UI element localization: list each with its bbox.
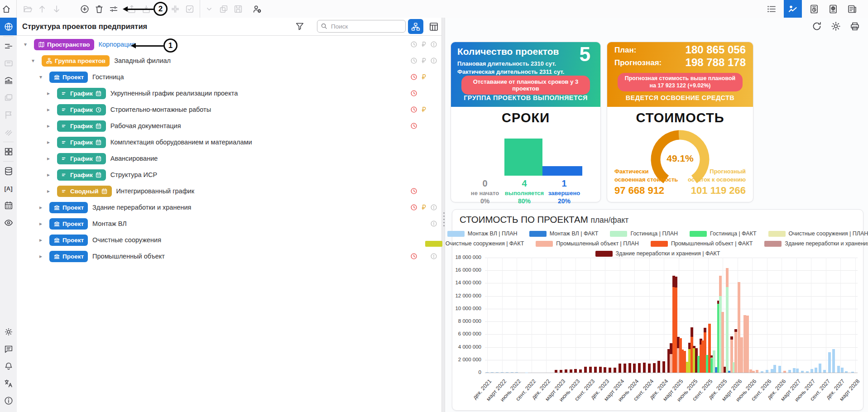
gear-button[interactable] bbox=[830, 20, 842, 32]
chart-bar bbox=[788, 370, 791, 373]
expand-caret-icon[interactable]: ▸ bbox=[45, 155, 52, 162]
sidebar-item-info[interactable] bbox=[0, 392, 17, 409]
legend-item[interactable]: Гостиница | ПЛАН bbox=[610, 230, 678, 237]
legend-item[interactable]: Очистные сооружения | ПЛАН bbox=[768, 230, 868, 237]
panel-splitter[interactable] bbox=[441, 18, 445, 412]
plus-circle-button[interactable] bbox=[78, 3, 91, 15]
sidebar-item-sun[interactable] bbox=[0, 323, 17, 340]
legend-item[interactable]: Здание переработки и хранения | ФАКТ bbox=[595, 250, 720, 257]
expand-caret-icon[interactable]: ▸ bbox=[45, 139, 52, 145]
list-view-button[interactable] bbox=[765, 2, 778, 16]
tree-row[interactable]: ▸ПроектОчистные сооружения bbox=[17, 232, 441, 248]
tree-row[interactable]: ▸ГрафикАвансирование bbox=[17, 150, 441, 167]
tree-row[interactable]: ▸СводныйИнтегрированный график bbox=[17, 183, 441, 199]
expand-caret-icon[interactable]: ▸ bbox=[38, 253, 44, 259]
print-button[interactable] bbox=[849, 20, 861, 32]
home-button[interactable] bbox=[0, 3, 12, 15]
tree-item-name[interactable]: Укрупненный график реализации проекта bbox=[110, 90, 238, 97]
tree-row[interactable]: ▸ПроектМонтаж ВЛ bbox=[17, 216, 441, 232]
sidebar-item-tree-lines[interactable] bbox=[0, 38, 17, 55]
legend-item[interactable]: Монтаж ВЛ | ПЛАН bbox=[447, 230, 518, 237]
legend-item[interactable]: Гостиница | ФАКТ bbox=[690, 230, 757, 237]
passport-button[interactable] bbox=[826, 2, 840, 16]
sidebar-item-bell[interactable] bbox=[0, 358, 17, 375]
tree-item-name[interactable]: Интегрированный график bbox=[116, 187, 195, 195]
tree-row[interactable]: ▸ГрафикРабочая документация bbox=[17, 118, 441, 134]
sliders-button[interactable] bbox=[107, 3, 120, 15]
sidebar-item-hatch[interactable] bbox=[0, 124, 17, 141]
legend-item[interactable]: Промышленный объект | ПЛАН bbox=[536, 240, 639, 247]
arrow-up-button[interactable] bbox=[36, 3, 48, 15]
sidebar-item-grid[interactable] bbox=[0, 143, 17, 160]
checkbox-button[interactable] bbox=[183, 3, 196, 15]
tree-row[interactable]: ▸ПроектЗдание переработки и хранения bbox=[17, 199, 441, 216]
expand-caret-icon[interactable]: ▸ bbox=[45, 172, 52, 178]
search-input[interactable] bbox=[317, 20, 406, 33]
sidebar-item-globe[interactable] bbox=[0, 18, 17, 35]
arrow-down-button[interactable] bbox=[50, 3, 62, 15]
tree-row[interactable]: ▸ГрафикСтруктура ИСР bbox=[17, 167, 441, 183]
tree-item-name[interactable]: Авансирование bbox=[110, 155, 158, 162]
collapse-button[interactable] bbox=[169, 3, 181, 15]
expand-caret-icon[interactable]: ▸ bbox=[45, 106, 52, 113]
tree-item-name[interactable]: Очистные сооружения bbox=[92, 236, 161, 244]
tree-item-name[interactable]: Корпорация bbox=[99, 41, 135, 48]
news-button[interactable] bbox=[845, 2, 859, 16]
sidebar-item-flag[interactable] bbox=[0, 106, 17, 124]
expand-caret-icon[interactable]: ▸ bbox=[38, 237, 44, 243]
tree-row[interactable]: ▸ГрафикУкрупненный график реализации про… bbox=[17, 85, 441, 101]
folder-open-button[interactable] bbox=[21, 3, 34, 15]
legend-item[interactable]: Здание переработки и хранения | ПЛАН bbox=[764, 240, 868, 247]
expand-caret-icon[interactable]: ▸ bbox=[45, 90, 52, 96]
sidebar-item-box-columns[interactable] bbox=[0, 55, 17, 72]
report-clock-button[interactable] bbox=[807, 2, 821, 16]
caret-down-button[interactable] bbox=[203, 3, 215, 15]
collapse-caret-icon[interactable]: ▾ bbox=[38, 74, 44, 80]
sidebar-item-eye[interactable] bbox=[0, 214, 17, 231]
sidebar-item-database[interactable] bbox=[0, 163, 17, 180]
user-gear-button[interactable] bbox=[251, 3, 263, 15]
tree-row[interactable]: ▾Группа проектовЗападный филиал bbox=[17, 53, 441, 69]
sidebar-item-folders[interactable] bbox=[0, 89, 17, 106]
legend-item[interactable]: Промышленный объект | ФАКТ bbox=[651, 240, 753, 247]
legend-item[interactable]: Монтаж ВЛ | ФАКТ bbox=[529, 230, 599, 237]
tree-item-name[interactable]: Комплектация оборудованием и материалами bbox=[110, 139, 252, 146]
sidebar-item-translate[interactable] bbox=[0, 375, 17, 392]
expand-caret-icon[interactable]: ▸ bbox=[38, 220, 44, 227]
structure-view-button[interactable] bbox=[408, 19, 423, 34]
table-view-button[interactable] bbox=[427, 20, 441, 33]
expand-caret-icon[interactable]: ▸ bbox=[45, 123, 52, 129]
tree-row[interactable]: ▸ГрафикКомплектация оборудованием и мате… bbox=[17, 134, 441, 150]
sidebar-item-chat[interactable] bbox=[0, 340, 17, 358]
chart-bar bbox=[815, 368, 817, 373]
tree-row[interactable]: ▸ГрафикСтроительно-монтажные работы bbox=[17, 101, 441, 118]
tree-item-name[interactable]: Монтаж ВЛ bbox=[92, 220, 127, 227]
tree-item-name[interactable]: Западный филиал bbox=[114, 57, 171, 64]
tree-item-name[interactable]: Промышленный объект bbox=[92, 253, 165, 260]
expand-caret-icon[interactable]: ▸ bbox=[45, 188, 52, 194]
sidebar-item-chart-columns[interactable] bbox=[0, 72, 17, 89]
tree-item-name[interactable]: Структура ИСР bbox=[110, 171, 157, 178]
tree-title-caret-icon[interactable]: ▾ bbox=[130, 24, 133, 29]
gear-icon bbox=[830, 21, 841, 32]
tree-item-name[interactable]: Строительно-монтажные работы bbox=[110, 106, 211, 113]
save-button[interactable] bbox=[232, 3, 244, 15]
tree-row[interactable]: ▸ПроектПромышленный объект bbox=[17, 248, 441, 264]
tree-item-name[interactable]: Здание переработки и хранения bbox=[92, 204, 191, 211]
copy-button[interactable] bbox=[217, 3, 230, 15]
analytics-button[interactable] bbox=[784, 0, 802, 18]
filter-button[interactable] bbox=[294, 21, 305, 32]
refresh-button[interactable] bbox=[810, 20, 823, 32]
tree-item-name[interactable]: Гостиница bbox=[92, 73, 124, 81]
legend-item[interactable]: Очистные сооружения | ФАКТ bbox=[425, 240, 524, 247]
tree-item-name[interactable]: Рабочая документация bbox=[110, 122, 181, 129]
expand-caret-icon[interactable]: ▸ bbox=[38, 204, 44, 211]
trash-button[interactable] bbox=[93, 3, 105, 15]
x-axis-tick-label: июнь 2022 bbox=[486, 378, 523, 412]
tree-row[interactable]: ▾ПроектГостиница bbox=[17, 69, 441, 85]
tree-row[interactable]: ▾ПространствоКорпорация bbox=[17, 36, 441, 53]
sidebar-item-calendar[interactable] bbox=[0, 197, 17, 214]
collapse-caret-icon[interactable]: ▾ bbox=[22, 41, 29, 48]
collapse-caret-icon[interactable]: ▾ bbox=[30, 57, 36, 64]
sidebar-item-letter-a[interactable]: [A] bbox=[0, 180, 17, 197]
